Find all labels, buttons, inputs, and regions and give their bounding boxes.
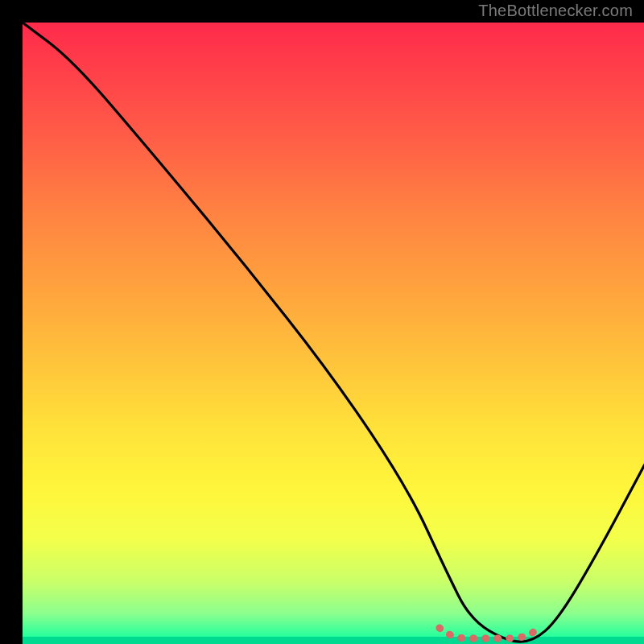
bottleneck-curve [23,23,644,642]
plot-area [23,23,644,644]
chart-frame [11,11,634,634]
watermark-text: TheBottlenecker.com [478,2,633,20]
curve-layer [23,23,644,644]
